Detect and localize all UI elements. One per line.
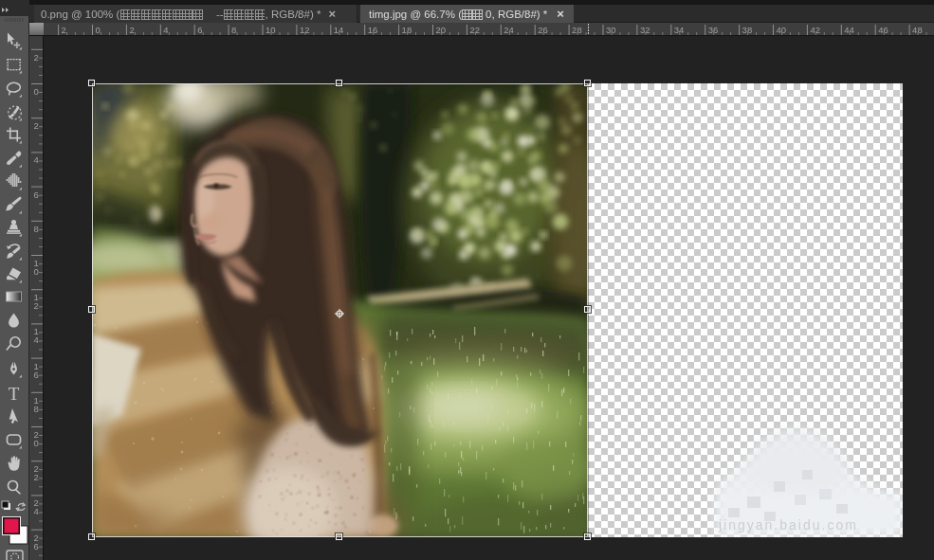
svg-text:2: 2: [34, 472, 39, 482]
svg-text:46: 46: [878, 25, 888, 35]
svg-text:2: 2: [34, 120, 39, 131]
svg-text:32: 32: [640, 25, 650, 35]
svg-text:0: 0: [34, 438, 39, 448]
svg-text:8: 8: [34, 224, 39, 234]
svg-text:4: 4: [34, 154, 39, 165]
svg-text:4: 4: [34, 334, 39, 345]
svg-text:2: 2: [129, 25, 134, 35]
svg-text:36: 36: [708, 25, 719, 35]
svg-text:T: T: [9, 384, 20, 404]
svg-text:6: 6: [197, 25, 202, 35]
svg-text:26: 26: [538, 25, 548, 35]
svg-text:12: 12: [300, 25, 310, 35]
svg-text:0: 0: [96, 25, 101, 35]
svg-text:2: 2: [34, 300, 39, 311]
svg-text:2: 2: [62, 25, 66, 35]
svg-text:jingyan.baidu.com: jingyan.baidu.com: [718, 517, 858, 533]
svg-text:8: 8: [231, 25, 236, 35]
svg-text:8: 8: [34, 404, 39, 414]
svg-text:28: 28: [572, 25, 582, 35]
svg-text:6: 6: [34, 541, 39, 551]
svg-text:42: 42: [810, 25, 820, 35]
svg-text:20: 20: [436, 25, 447, 35]
svg-text:2: 2: [34, 52, 39, 63]
svg-text:6: 6: [34, 370, 39, 380]
svg-text:34: 34: [674, 25, 685, 35]
svg-text:0: 0: [34, 266, 39, 277]
svg-text:48: 48: [912, 25, 923, 35]
svg-text:10: 10: [266, 25, 276, 35]
svg-text:4: 4: [34, 506, 39, 516]
svg-text:6: 6: [34, 190, 39, 200]
svg-text:18: 18: [402, 25, 412, 35]
svg-text:30: 30: [606, 25, 616, 35]
svg-text:14: 14: [334, 25, 344, 35]
svg-text:38: 38: [742, 25, 753, 35]
svg-text:22: 22: [469, 25, 480, 35]
svg-text:0: 0: [34, 86, 39, 97]
svg-text:24: 24: [504, 25, 514, 35]
svg-text:4: 4: [163, 25, 168, 35]
svg-text:44: 44: [844, 25, 854, 35]
svg-text:40: 40: [777, 25, 787, 35]
svg-text:16: 16: [368, 25, 378, 35]
